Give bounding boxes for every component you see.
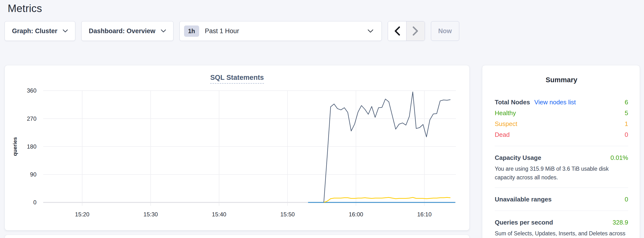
view-nodes-list-link[interactable]: View nodes list bbox=[534, 97, 576, 108]
divider bbox=[495, 146, 628, 146]
y-axis-tick-label: 360 bbox=[27, 87, 36, 94]
time-step-button-group bbox=[388, 21, 425, 41]
capacity-usage-description: You are using 315.9 MiB of 3.6 TiB usabl… bbox=[495, 165, 628, 182]
dead-nodes-row: Dead 0 bbox=[495, 129, 628, 140]
previous-time-button[interactable] bbox=[388, 21, 406, 41]
x-axis-tick-label: 15:40 bbox=[212, 211, 226, 217]
y-axis-tick-label: 180 bbox=[27, 143, 36, 150]
series-yellow-line bbox=[324, 197, 450, 202]
divider bbox=[495, 211, 628, 211]
chevron-down-icon bbox=[62, 29, 68, 33]
chevron-down-icon bbox=[161, 29, 166, 33]
queries-per-second-description: Sum of Selects, Updates, Inserts, and De… bbox=[495, 229, 628, 238]
chevron-left-icon bbox=[394, 26, 400, 36]
y-axis-tick-label: 90 bbox=[30, 171, 36, 178]
queries-per-second-value: 328.9 bbox=[612, 217, 628, 228]
x-axis-tick-label: 16:00 bbox=[349, 211, 363, 217]
queries-per-second-row: Queries per second 328.9 bbox=[495, 217, 628, 228]
capacity-usage-value: 0.01% bbox=[610, 152, 628, 163]
dead-label: Dead bbox=[495, 129, 510, 140]
divider bbox=[495, 187, 628, 188]
suspect-value: 1 bbox=[625, 118, 628, 129]
capacity-usage-label: Capacity Usage bbox=[495, 152, 541, 163]
healthy-nodes-row: Healthy 5 bbox=[495, 108, 628, 118]
now-button[interactable]: Now bbox=[431, 21, 459, 41]
summary-panel: Summary Total Nodes View nodes list 6 He… bbox=[482, 65, 640, 238]
time-range-label: Past 1 Hour bbox=[205, 27, 239, 35]
summary-title: Summary bbox=[495, 76, 628, 84]
dashboard-dropdown[interactable]: Dashboard: Overview bbox=[81, 21, 174, 41]
total-nodes-value: 6 bbox=[625, 97, 628, 108]
sql-statements-chart: 15:2015:3015:4015:5016:0016:100901802703… bbox=[5, 65, 469, 230]
graph-scope-dropdown[interactable]: Graph: Cluster bbox=[4, 21, 75, 41]
capacity-usage-row: Capacity Usage 0.01% bbox=[495, 152, 628, 163]
unavailable-ranges-value: 0 bbox=[625, 194, 628, 205]
x-axis-tick-label: 16:10 bbox=[417, 211, 432, 217]
healthy-value: 5 bbox=[625, 108, 628, 118]
series-navy-line bbox=[324, 92, 450, 202]
chevron-right-icon bbox=[412, 26, 419, 36]
y-axis-label: queries bbox=[12, 137, 18, 156]
y-axis-tick-label: 270 bbox=[27, 115, 36, 122]
next-chart-panel bbox=[5, 235, 469, 238]
dead-value: 0 bbox=[625, 129, 628, 140]
dashboard-label: Dashboard: Overview bbox=[89, 27, 156, 35]
chart-title-tooltip[interactable]: SQL Statements bbox=[210, 74, 264, 84]
page-title: Metrics bbox=[8, 3, 42, 15]
x-axis-tick-label: 15:20 bbox=[75, 211, 90, 217]
suspect-label: Suspect bbox=[495, 118, 517, 129]
queries-per-second-label: Queries per second bbox=[495, 217, 553, 228]
time-range-selector[interactable]: 1h Past 1 Hour bbox=[180, 21, 382, 41]
suspect-nodes-row: Suspect 1 bbox=[495, 118, 628, 129]
time-range-badge: 1h bbox=[184, 26, 199, 37]
total-nodes-row: Total Nodes View nodes list 6 bbox=[495, 97, 628, 108]
x-axis-tick-label: 15:30 bbox=[144, 211, 158, 217]
unavailable-ranges-label: Unavailable ranges bbox=[495, 194, 552, 205]
x-axis-tick-label: 15:50 bbox=[280, 211, 295, 217]
total-nodes-label: Total Nodes bbox=[495, 97, 530, 108]
sql-statements-chart-panel: 15:2015:3015:4015:5016:0016:100901802703… bbox=[5, 65, 469, 230]
chevron-down-icon bbox=[368, 29, 373, 33]
next-time-button[interactable] bbox=[406, 21, 425, 41]
dashboard-content: 15:2015:3015:4015:5016:0016:100901802703… bbox=[5, 65, 640, 238]
y-axis-tick-label: 0 bbox=[33, 199, 36, 205]
healthy-label: Healthy bbox=[495, 108, 516, 118]
graph-scope-label: Graph: Cluster bbox=[12, 27, 57, 35]
metrics-toolbar: Graph: Cluster Dashboard: Overview 1h Pa… bbox=[4, 21, 459, 41]
unavailable-ranges-row: Unavailable ranges 0 bbox=[495, 194, 628, 205]
